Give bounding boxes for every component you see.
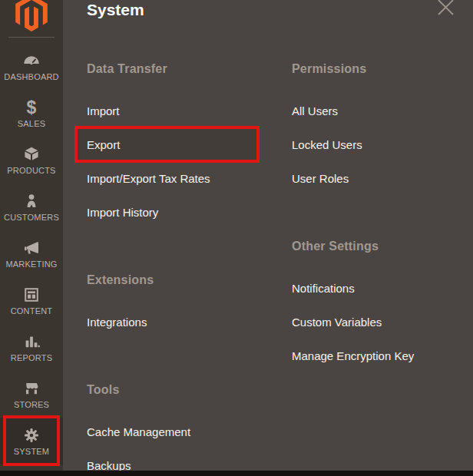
sidebar-item-reports[interactable]: REPORTS xyxy=(0,324,63,371)
sidebar-item-sales[interactable]: $ SALES xyxy=(0,90,63,137)
sidebar-item-label: CONTENT xyxy=(11,307,53,316)
menu-item-notifications[interactable]: Notifications xyxy=(292,283,473,295)
menu-item-import-export-tax-rates[interactable]: Import/Export Tax Rates xyxy=(87,173,280,185)
magento-admin-screen: DASHBOARD $ SALES PRODUCTS xyxy=(0,0,473,476)
bar-chart-icon xyxy=(22,332,41,351)
person-icon xyxy=(22,192,41,210)
menu-item-manage-encryption-key[interactable]: Manage Encryption Key xyxy=(292,350,473,362)
section-extensions: Extensions Integrations xyxy=(87,274,280,329)
menu-item-custom-variables[interactable]: Custom Variables xyxy=(292,316,473,329)
section-data-transfer: Data Transfer Import Export Import/Expor… xyxy=(87,63,280,219)
close-icon[interactable] xyxy=(436,0,455,17)
section-heading-permissions: Permissions xyxy=(292,63,473,75)
box-icon xyxy=(22,145,41,164)
section-other-settings: Other Settings Notifications Custom Vari… xyxy=(292,240,473,362)
gauge-icon xyxy=(22,51,41,70)
menu-item-integrations[interactable]: Integrations xyxy=(87,316,280,329)
menu-item-export[interactable]: Export xyxy=(87,139,280,151)
section-heading-extensions: Extensions xyxy=(87,274,280,286)
sidebar: DASHBOARD $ SALES PRODUCTS xyxy=(0,0,63,476)
sidebar-item-stores[interactable]: STORES xyxy=(0,371,63,418)
flyout-column-1: Data Transfer Import Export Import/Expor… xyxy=(87,63,280,472)
sidebar-item-marketing[interactable]: MARKETING xyxy=(0,230,63,277)
system-flyout-panel: System Data Transfer Import Export Impor… xyxy=(63,0,473,476)
menu-item-import[interactable]: Import xyxy=(87,105,280,117)
sidebar-item-label: REPORTS xyxy=(11,354,52,362)
layout-icon xyxy=(22,286,41,304)
sidebar-item-label: DASHBOARD xyxy=(4,73,58,81)
sidebar-item-label: MARKETING xyxy=(5,260,57,269)
section-permissions: Permissions All Users Locked Users User … xyxy=(292,63,473,185)
sidebar-item-label: SALES xyxy=(18,120,45,128)
section-heading-other-settings: Other Settings xyxy=(292,240,473,253)
dollar-icon: $ xyxy=(27,98,37,117)
logo-area[interactable] xyxy=(0,0,63,37)
sidebar-divider xyxy=(8,37,55,38)
sidebar-item-label: PRODUCTS xyxy=(7,167,55,175)
menu-item-all-users[interactable]: All Users xyxy=(292,105,473,117)
sidebar-item-products[interactable]: PRODUCTS xyxy=(0,137,63,183)
storefront-icon xyxy=(22,379,41,398)
sidebar-item-label: SYSTEM xyxy=(14,448,49,456)
megaphone-icon xyxy=(22,239,41,257)
sidebar-nav: DASHBOARD $ SALES PRODUCTS xyxy=(0,43,63,464)
section-heading-data-transfer: Data Transfer xyxy=(87,63,280,75)
menu-item-user-roles[interactable]: User Roles xyxy=(292,173,473,185)
sidebar-item-dashboard[interactable]: DASHBOARD xyxy=(0,43,63,90)
bottom-edge-strip xyxy=(0,471,473,476)
menu-item-import-history[interactable]: Import History xyxy=(87,207,280,219)
sidebar-item-content[interactable]: CONTENT xyxy=(0,277,63,324)
flyout-column-2: Permissions All Users Locked Users User … xyxy=(292,63,473,362)
gear-icon xyxy=(22,426,41,445)
magento-logo xyxy=(15,0,48,31)
section-tools: Tools Cache Management Backups xyxy=(87,384,280,472)
section-heading-tools: Tools xyxy=(87,384,280,396)
flyout-title: System xyxy=(87,0,144,20)
sidebar-item-system[interactable]: SYSTEM xyxy=(0,418,63,464)
sidebar-item-label: STORES xyxy=(14,401,49,409)
menu-item-locked-users[interactable]: Locked Users xyxy=(292,139,473,151)
sidebar-item-label: CUSTOMERS xyxy=(4,213,59,222)
menu-item-cache-management[interactable]: Cache Management xyxy=(87,426,280,438)
sidebar-item-customers[interactable]: CUSTOMERS xyxy=(0,183,63,230)
